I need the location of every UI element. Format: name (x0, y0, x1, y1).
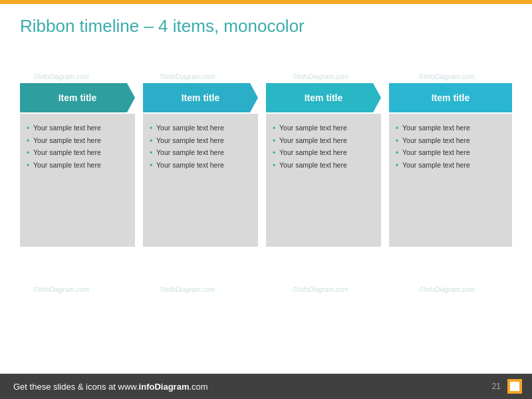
ribbon-title-1: Item title (59, 92, 97, 103)
ribbon-title-2: Item title (182, 92, 220, 103)
ribbon-header-2: Item title (143, 83, 258, 112)
list-item: Your sample text here (150, 159, 251, 172)
footer-bar: Get these slides & icons at www.infoDiag… (0, 374, 532, 399)
ribbon-item-2: Item titleYour sample text hereYour samp… (143, 83, 266, 247)
list-item: Your sample text here (27, 159, 128, 172)
page-title: Ribbon timeline – 4 items, monocolor (20, 16, 512, 37)
list-item: Your sample text here (27, 134, 128, 147)
watermark-7: ©InfoDiagram.com (293, 286, 348, 293)
list-item: Your sample text here (396, 146, 505, 159)
watermark-8: ©InfoDiagram.com (419, 286, 475, 293)
ribbon-body-2: Your sample text hereYour sample text he… (143, 114, 258, 247)
list-item: Your sample text here (150, 134, 251, 147)
list-item: Your sample text here (273, 134, 374, 147)
list-item: Your sample text here (150, 122, 251, 134)
ribbon-list-2: Your sample text hereYour sample text he… (150, 122, 251, 172)
list-item: Your sample text here (27, 146, 128, 159)
title-area: Ribbon timeline – 4 items, monocolor (0, 4, 532, 43)
list-item: Your sample text here (396, 134, 505, 147)
ribbon-item-3: Item titleYour sample text hereYour samp… (266, 83, 389, 247)
ribbon-header-4: Item title (389, 83, 512, 112)
ribbon-header-1: Item title (20, 83, 135, 112)
ribbon-list-3: Your sample text hereYour sample text he… (273, 122, 374, 172)
page-number: 21 (492, 382, 501, 391)
ribbon-list-4: Your sample text hereYour sample text he… (396, 122, 505, 172)
list-item: Your sample text here (27, 122, 128, 134)
footer-right: 21 (492, 379, 522, 394)
list-item: Your sample text here (150, 146, 251, 159)
ribbon-item-1: Item titleYour sample text hereYour samp… (20, 83, 143, 247)
main-content: Item titleYour sample text hereYour samp… (0, 43, 532, 253)
list-item: Your sample text here (273, 122, 374, 134)
list-item: Your sample text here (396, 159, 505, 172)
list-item: Your sample text here (396, 122, 505, 134)
ribbon-body-4: Your sample text hereYour sample text he… (389, 114, 512, 247)
watermark-5: ©InfoDiagram.com (33, 286, 89, 293)
ribbon-title-4: Item title (432, 92, 470, 103)
watermark-6: ©InfoDiagram.com (160, 286, 215, 293)
ribbon-header-3: Item title (266, 83, 381, 112)
ribbon-title-3: Item title (305, 92, 343, 103)
brand-name: infoDiagram (139, 382, 190, 392)
list-item: Your sample text here (273, 146, 374, 159)
footer-text: Get these slides & icons at www.infoDiag… (13, 382, 208, 392)
ribbon-body-3: Your sample text hereYour sample text he… (266, 114, 381, 247)
ribbon-body-1: Your sample text hereYour sample text he… (20, 114, 135, 247)
logo-square (507, 379, 522, 394)
logo-inner (510, 382, 519, 391)
ribbon-item-4: Item titleYour sample text hereYour samp… (389, 83, 512, 247)
timeline-container: Item titleYour sample text hereYour samp… (20, 83, 512, 247)
ribbon-list-1: Your sample text hereYour sample text he… (27, 122, 128, 172)
list-item: Your sample text here (273, 159, 374, 172)
